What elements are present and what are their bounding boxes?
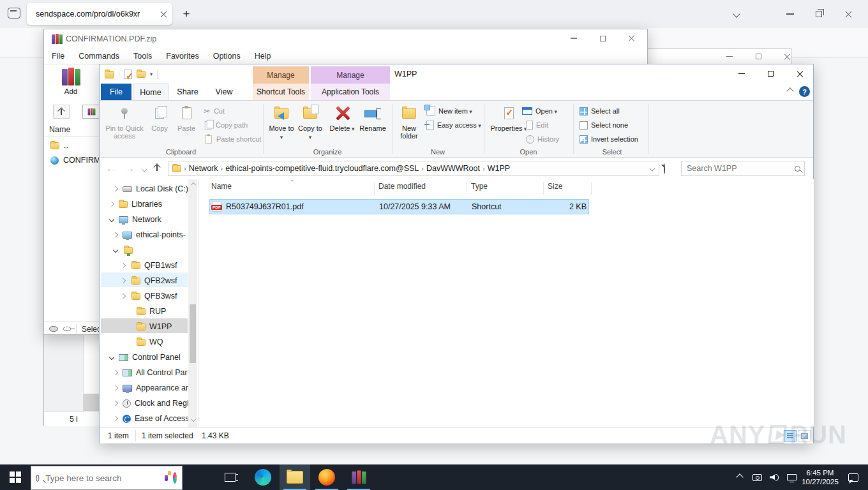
- ribbon-collapse-chevron-icon[interactable]: [788, 89, 794, 95]
- background-window-maximize-button[interactable]: [749, 48, 768, 64]
- tab-application-tools[interactable]: Application Tools: [311, 84, 390, 100]
- tray-show-hidden-icons-button[interactable]: [731, 464, 748, 490]
- scroll-down-icon[interactable]: [191, 417, 196, 422]
- tree-item-share-root[interactable]: [114, 243, 137, 257]
- browser-minimize-button[interactable]: [786, 0, 804, 28]
- copy-to-button[interactable]: Copy to: [296, 103, 324, 141]
- winrar-maximize-button[interactable]: [590, 29, 615, 47]
- task-view-button[interactable]: [214, 464, 245, 490]
- tree-item-qfb2wsf[interactable]: QFB2wsf: [121, 274, 177, 288]
- taskbar-search-box[interactable]: [31, 466, 183, 490]
- winrar-menu-commands[interactable]: Commands: [79, 52, 119, 61]
- tab-share[interactable]: Share: [170, 84, 206, 100]
- winrar-menu-options[interactable]: Options: [213, 52, 241, 61]
- tree-item-ease-of-access[interactable]: Ease of Access: [114, 412, 189, 426]
- scrollbar-thumb[interactable]: [190, 304, 196, 363]
- refresh-icon[interactable]: [664, 164, 665, 174]
- select-none-button[interactable]: Select none: [580, 119, 628, 131]
- winrar-add-button[interactable]: Add: [57, 68, 85, 95]
- file-row[interactable]: R503749J637R01.pdf 10/27/2025 9:33 AM Sh…: [209, 199, 589, 214]
- start-button[interactable]: [0, 464, 31, 490]
- manage-shortcut-tools-header[interactable]: Manage: [253, 66, 309, 84]
- paste-button[interactable]: Paste: [174, 103, 199, 132]
- tab-close-icon[interactable]: [160, 11, 167, 18]
- tree-item-host[interactable]: ethical-points-: [114, 228, 186, 242]
- tree-item-control-panel[interactable]: Control Panel: [110, 350, 181, 364]
- taskbar-winrar-button[interactable]: [343, 464, 374, 490]
- thumbnails-view-button[interactable]: [798, 430, 811, 442]
- copy-button[interactable]: Copy: [147, 103, 172, 132]
- pin-to-quick-access-button[interactable]: Pin to Quick access: [105, 103, 144, 140]
- winrar-item-confirmation[interactable]: CONFIRMA: [50, 156, 106, 165]
- breadcrumb-w1pp[interactable]: W1PP: [488, 164, 510, 173]
- browser-restore-button[interactable]: [816, 0, 834, 28]
- help-icon[interactable]: ?: [799, 86, 810, 97]
- winrar-menu-file[interactable]: File: [52, 52, 64, 61]
- tree-item-local-disk[interactable]: Local Disk (C:): [114, 182, 188, 196]
- delete-button[interactable]: Delete: [327, 103, 357, 133]
- nav-back-icon[interactable]: ←: [106, 163, 116, 174]
- column-size[interactable]: Size: [548, 182, 562, 191]
- column-type[interactable]: Type: [471, 182, 488, 191]
- tree-item-wq[interactable]: WQ: [137, 335, 163, 349]
- tray-network-icon[interactable]: [782, 464, 800, 490]
- winrar-close-button[interactable]: [618, 29, 644, 47]
- breadcrumb-host[interactable]: ethical-points-competitive-fluid.tryclou…: [225, 164, 419, 173]
- tree-item-w1pp[interactable]: W1PP: [137, 320, 172, 334]
- tree-item-libraries[interactable]: Libraries: [110, 197, 162, 211]
- column-date-modified[interactable]: Date modified: [378, 182, 426, 191]
- taskbar-firefox-button[interactable]: [311, 464, 342, 490]
- move-to-button[interactable]: Move to: [267, 103, 296, 141]
- explorer-minimize-button[interactable]: [728, 64, 755, 83]
- breadcrumb-network[interactable]: Network: [189, 164, 218, 173]
- manage-application-tools-header[interactable]: Manage: [311, 66, 390, 84]
- search-box[interactable]: [681, 161, 805, 176]
- winrar-menu-favorites[interactable]: Favorites: [166, 52, 198, 61]
- background-window-close-button[interactable]: [777, 48, 797, 64]
- breadcrumb-bar[interactable]: › Network › ethical-points-competitive-f…: [168, 161, 659, 176]
- winrar-menu-help[interactable]: Help: [255, 52, 271, 61]
- browser-tab[interactable]: sendspace.com/pro/dl/o6k9xr: [27, 3, 172, 25]
- taskbar-clock[interactable]: 6:45 PM 10/27/2025: [800, 464, 840, 490]
- tree-item-qfb1wsf[interactable]: QFB1wsf: [121, 258, 177, 272]
- paste-shortcut-button[interactable]: Paste shortcut: [204, 133, 261, 145]
- recent-locations-chevron-icon[interactable]: [142, 167, 147, 172]
- explorer-close-button[interactable]: [786, 64, 814, 83]
- winrar-minimize-button[interactable]: [561, 29, 587, 47]
- tree-item-appearance[interactable]: Appearance an: [114, 381, 190, 395]
- new-folder-button[interactable]: New folder: [394, 103, 424, 140]
- winrar-column-name[interactable]: Name: [49, 125, 70, 134]
- tray-screen-capture-icon[interactable]: [748, 464, 766, 490]
- winrar-up-button[interactable]: [53, 105, 70, 119]
- firefox-view-icon[interactable]: [8, 8, 20, 19]
- tab-view[interactable]: View: [207, 84, 241, 100]
- nav-forward-icon[interactable]: →: [125, 163, 135, 174]
- taskbar-search-input[interactable]: [44, 473, 160, 484]
- open-button[interactable]: Open: [522, 105, 557, 117]
- winrar-item-up[interactable]: ..: [50, 141, 68, 150]
- tree-item-network[interactable]: Network: [110, 212, 161, 226]
- list-tabs-button[interactable]: [734, 0, 752, 28]
- details-view-button[interactable]: [784, 430, 797, 442]
- action-center-button[interactable]: [841, 464, 865, 490]
- taskbar-edge-button[interactable]: [248, 464, 278, 490]
- tab-home[interactable]: Home: [133, 84, 168, 100]
- tree-item-clock-region[interactable]: Clock and Regi: [114, 396, 189, 410]
- column-name[interactable]: Name: [211, 182, 232, 191]
- new-tab-button[interactable]: +: [179, 6, 194, 22]
- tree-item-all-control-panel[interactable]: All Control Par: [114, 366, 188, 380]
- tab-file[interactable]: File: [101, 84, 131, 100]
- tab-shortcut-tools[interactable]: Shortcut Tools: [253, 84, 309, 100]
- qat-customize-chevron-icon[interactable]: ▾: [150, 71, 153, 77]
- tray-volume-icon[interactable]: [766, 464, 782, 490]
- copy-path-button[interactable]: Copy path: [204, 119, 248, 131]
- scroll-up-icon[interactable]: [191, 182, 196, 188]
- explorer-maximize-button[interactable]: [757, 64, 784, 83]
- browser-close-button[interactable]: [845, 0, 863, 28]
- new-item-button[interactable]: New item: [426, 105, 472, 117]
- nav-scrollbar[interactable]: [188, 179, 197, 427]
- taskbar-explorer-button[interactable]: [280, 464, 310, 490]
- invert-selection-button[interactable]: Invert selection: [580, 133, 638, 145]
- select-all-button[interactable]: Select all: [580, 105, 620, 117]
- edit-button[interactable]: Edit: [526, 119, 548, 131]
